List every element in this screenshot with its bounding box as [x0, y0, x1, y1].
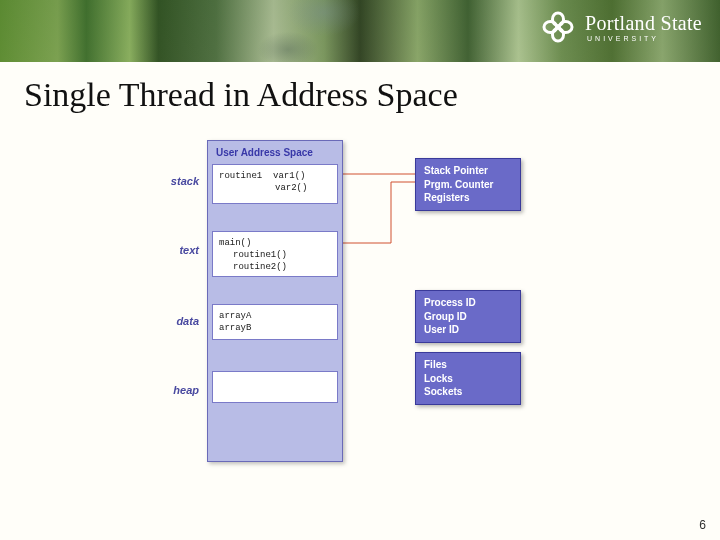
user-address-space: User Address Space routine1 var1() var2(…: [207, 140, 343, 462]
segment-stack: routine1 var1() var2(): [212, 164, 338, 204]
page-number: 6: [699, 518, 706, 532]
io-line-2: Locks: [424, 372, 512, 386]
segment-text: main() routine1() routine2(): [212, 231, 338, 277]
interlock-icon: [541, 10, 575, 44]
io-line-1: Files: [424, 358, 512, 372]
ids-line-3: User ID: [424, 323, 512, 337]
box-ids: Process ID Group ID User ID: [415, 290, 521, 343]
address-space-title: User Address Space: [208, 141, 342, 164]
data-line-1: arrayA: [219, 311, 251, 321]
data-line-2: arrayB: [219, 323, 251, 333]
header-banner: Portland State UNIVERSITY: [0, 0, 720, 62]
ids-line-1: Process ID: [424, 296, 512, 310]
segment-heap: [212, 371, 338, 403]
regs-line-3: Registers: [424, 191, 512, 205]
svg-point-2: [544, 21, 557, 32]
institution-sub: UNIVERSITY: [587, 35, 702, 42]
label-stack: stack: [171, 175, 199, 187]
institution-main: Portland State: [585, 13, 702, 33]
text-line-1: main(): [219, 238, 251, 248]
segment-data: arrayA arrayB: [212, 304, 338, 340]
ids-line-2: Group ID: [424, 310, 512, 324]
box-registers: Stack Pointer Prgm. Counter Registers: [415, 158, 521, 211]
label-text: text: [179, 244, 199, 256]
institution-name: Portland State UNIVERSITY: [585, 13, 702, 42]
text-line-3: routine2(): [233, 261, 331, 273]
box-io: Files Locks Sockets: [415, 352, 521, 405]
slide-title: Single Thread in Address Space: [24, 76, 720, 114]
address-space-diagram: stack text data heap User Address Space …: [145, 140, 575, 470]
stack-var1: var1(): [273, 171, 305, 181]
institution-logo: Portland State UNIVERSITY: [541, 10, 702, 44]
text-line-2: routine1(): [233, 249, 331, 261]
io-line-3: Sockets: [424, 385, 512, 399]
stack-routine: routine1: [219, 171, 262, 181]
label-heap: heap: [173, 384, 199, 396]
regs-line-1: Stack Pointer: [424, 164, 512, 178]
label-data: data: [176, 315, 199, 327]
svg-point-3: [559, 21, 572, 32]
regs-line-2: Prgm. Counter: [424, 178, 512, 192]
stack-var2: var2(): [275, 182, 331, 194]
